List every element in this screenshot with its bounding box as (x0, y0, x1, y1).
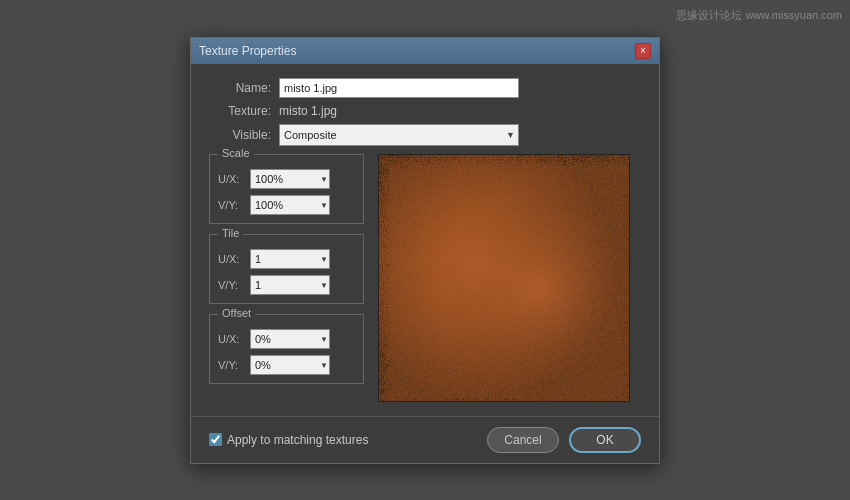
offset-vy-select[interactable]: 0% (250, 355, 330, 375)
texture-value: misto 1.jpg (279, 104, 337, 118)
offset-ux-row: U/X: 0% ▼ (218, 329, 355, 349)
svg-rect-2 (379, 155, 629, 401)
left-panel: Scale U/X: 100% ▼ V/Y: (209, 154, 364, 402)
preview-area (378, 154, 641, 402)
content-area: Scale U/X: 100% ▼ V/Y: (209, 154, 641, 402)
cancel-button[interactable]: Cancel (487, 427, 559, 453)
scale-legend: Scale (218, 147, 254, 159)
name-input[interactable] (279, 78, 519, 98)
scale-group: Scale U/X: 100% ▼ V/Y: (209, 154, 364, 224)
scale-vy-label: V/Y: (218, 199, 250, 211)
scale-ux-wrapper: 100% ▼ (250, 169, 330, 189)
apply-checkbox[interactable] (209, 433, 222, 446)
texture-properties-dialog: Texture Properties × Name: Texture: mist… (190, 37, 660, 464)
name-label: Name: (209, 81, 279, 95)
dialog-footer: Apply to matching textures Cancel OK (191, 416, 659, 463)
apply-checkbox-label[interactable]: Apply to matching textures (227, 433, 368, 447)
tile-vy-wrapper: 1 ▼ (250, 275, 330, 295)
offset-legend: Offset (218, 307, 255, 319)
tile-group: Tile U/X: 1 ▼ V/Y: (209, 234, 364, 304)
visible-label: Visible: (209, 128, 279, 142)
tile-legend: Tile (218, 227, 243, 239)
texture-preview (378, 154, 630, 402)
visible-row: Visible: Composite ▼ (209, 124, 641, 146)
offset-vy-label: V/Y: (218, 359, 250, 371)
scale-vy-select[interactable]: 100% (250, 195, 330, 215)
tile-vy-label: V/Y: (218, 279, 250, 291)
apply-checkbox-group: Apply to matching textures (209, 433, 477, 447)
close-button[interactable]: × (635, 43, 651, 59)
scale-ux-select[interactable]: 100% (250, 169, 330, 189)
offset-vy-wrapper: 0% ▼ (250, 355, 330, 375)
tile-ux-label: U/X: (218, 253, 250, 265)
offset-vy-row: V/Y: 0% ▼ (218, 355, 355, 375)
visible-select-wrapper: Composite ▼ (279, 124, 519, 146)
visible-select[interactable]: Composite (279, 124, 519, 146)
ok-button[interactable]: OK (569, 427, 641, 453)
tile-ux-select[interactable]: 1 (250, 249, 330, 269)
scale-ux-row: U/X: 100% ▼ (218, 169, 355, 189)
offset-ux-label: U/X: (218, 333, 250, 345)
texture-row: Texture: misto 1.jpg (209, 104, 641, 118)
scale-vy-row: V/Y: 100% ▼ (218, 195, 355, 215)
tile-ux-row: U/X: 1 ▼ (218, 249, 355, 269)
svg-rect-0 (379, 155, 629, 401)
tile-vy-select[interactable]: 1 (250, 275, 330, 295)
name-row: Name: (209, 78, 641, 98)
tile-vy-row: V/Y: 1 ▼ (218, 275, 355, 295)
offset-ux-select[interactable]: 0% (250, 329, 330, 349)
watermark: 思缘设计论坛 www.missyuan.com (676, 8, 842, 23)
dialog-body: Name: Texture: misto 1.jpg Visible: Comp… (191, 64, 659, 416)
dialog-title: Texture Properties (199, 44, 296, 58)
scale-vy-wrapper: 100% ▼ (250, 195, 330, 215)
tile-ux-wrapper: 1 ▼ (250, 249, 330, 269)
title-bar: Texture Properties × (191, 38, 659, 64)
offset-ux-wrapper: 0% ▼ (250, 329, 330, 349)
offset-group: Offset U/X: 0% ▼ V/Y: (209, 314, 364, 384)
svg-rect-1 (379, 155, 629, 401)
scale-ux-label: U/X: (218, 173, 250, 185)
texture-label: Texture: (209, 104, 279, 118)
